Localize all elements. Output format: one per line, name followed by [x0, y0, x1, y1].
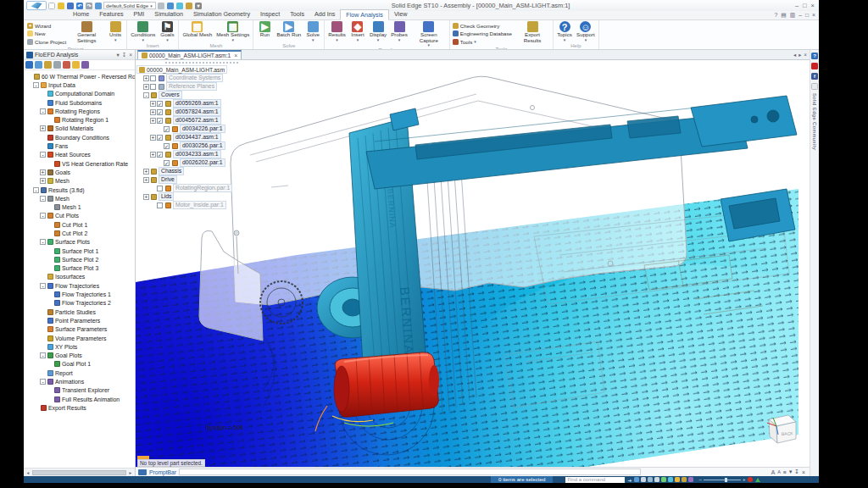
floefd-tree-item-flow-trajectories[interactable]: -Flow Trajectories: [25, 281, 135, 290]
checkbox-checked[interactable]: ✓: [164, 126, 170, 132]
expand-icon[interactable]: +: [143, 177, 149, 183]
prompt-dropdown-icon[interactable]: ▾: [789, 469, 792, 475]
community-icon[interactable]: [811, 83, 818, 90]
undo-icon[interactable]: ↶: [76, 3, 83, 9]
collapse-icon[interactable]: -: [40, 108, 46, 114]
scroll-tabs-left-icon[interactable]: ◂: [793, 52, 796, 58]
pan-icon[interactable]: [661, 477, 666, 482]
pathfinder-item-chassis[interactable]: +Chassis: [136, 167, 267, 175]
conditions-button[interactable]: Conditions▾: [130, 21, 156, 42]
wizard-button[interactable]: ✦Wizard: [27, 22, 66, 30]
flo-tree-icon[interactable]: [25, 61, 33, 69]
pathfinder-item-d0034226-par-1[interactable]: ✓d0034226.par:1: [136, 125, 267, 133]
checkbox-unchecked[interactable]: [150, 84, 156, 90]
floefd-tree-item-point-parameters[interactable]: Point Parameters: [25, 316, 135, 324]
expand-icon[interactable]: +: [40, 169, 46, 175]
window-layout-icon[interactable]: [688, 477, 693, 482]
pathfinder-toggle-icon[interactable]: [176, 3, 183, 9]
update-icon[interactable]: [755, 478, 760, 482]
zoom-slider-track[interactable]: [704, 480, 741, 480]
expand-icon[interactable]: +: [143, 75, 149, 81]
help-badge-icon[interactable]: ?: [811, 53, 818, 59]
solve-button[interactable]: Solve▾: [304, 21, 321, 42]
floefd-panel-header[interactable]: FloEFD Analysis ▾↧×: [24, 50, 135, 60]
pathfinder-item-covers[interactable]: -Covers: [136, 91, 267, 99]
topics-button[interactable]: ?Topics▾: [556, 21, 573, 42]
collapse-icon[interactable]: -: [40, 379, 46, 385]
tab-pmi[interactable]: PMI: [129, 9, 150, 19]
open-icon[interactable]: [58, 3, 64, 9]
floefd-tree-item-boundary-conditions[interactable]: Boundary Conditions: [25, 133, 135, 141]
facebook-icon[interactable]: f: [811, 73, 818, 80]
floefd-tree-item-surface-plots[interactable]: -Surface Plots: [25, 238, 135, 247]
doc-close-icon[interactable]: ×: [812, 12, 815, 19]
engineering-database-button[interactable]: Engineering Database: [453, 30, 512, 38]
tab-tools[interactable]: Tools: [285, 9, 309, 19]
expand-icon[interactable]: +: [150, 101, 156, 107]
application-button[interactable]: [26, 1, 47, 10]
doc-restore-icon[interactable]: □: [805, 12, 809, 19]
screen-capture-button[interactable]: Screen Capture▾: [411, 21, 447, 47]
run-button[interactable]: ▶Run: [256, 21, 273, 38]
pathfinder-item-reference-planes[interactable]: +Reference Planes: [136, 82, 267, 91]
tab-simulation-geometry[interactable]: Simulation Geometry: [188, 9, 255, 19]
floefd-tree-item-particle-studies[interactable]: Particle Studies: [25, 308, 135, 316]
panel-menu-icon[interactable]: ▾: [116, 52, 119, 58]
pathfinder-item-d0045672-asm-1[interactable]: +✓d0045672.asm:1: [136, 116, 267, 125]
command-search-input[interactable]: Find a command: [565, 477, 625, 483]
floefd-tree-item-xy-plots[interactable]: XY Plots: [25, 342, 135, 351]
floefd-tree-item-fans[interactable]: Fans: [25, 141, 135, 150]
floefd-tree-item-surface-plot-3[interactable]: Surface Plot 3: [25, 264, 135, 273]
units-button[interactable]: Units▾: [107, 21, 124, 42]
floefd-tree-item-cut-plot-2[interactable]: Cut Plot 2: [25, 229, 135, 237]
pathfinder-item-d0059269-asm-1[interactable]: +✓d0059269.asm:1: [136, 99, 267, 108]
expand-icon[interactable]: +: [150, 109, 156, 115]
pathfinder-drag-handle[interactable]: [165, 62, 238, 64]
checkbox-unchecked[interactable]: [150, 75, 156, 81]
scrollbar-thumb[interactable]: [32, 470, 126, 475]
expand-icon[interactable]: +: [143, 169, 149, 175]
expand-icon[interactable]: +: [150, 118, 156, 124]
floefd-tree-item-flow-trajectories-2[interactable]: Flow Trajectories 2: [25, 299, 135, 308]
flo-geometry-icon[interactable]: [35, 61, 42, 69]
promptbar-input[interactable]: [179, 469, 641, 475]
collapse-icon[interactable]: -: [33, 187, 39, 193]
save-icon[interactable]: [67, 3, 74, 9]
floefd-tree-item-mesh-1[interactable]: Mesh 1: [25, 202, 135, 211]
scroll-tabs-right-icon[interactable]: ▸: [798, 52, 801, 58]
font-increase-icon[interactable]: A: [771, 469, 776, 475]
floefd-tree-item-cut-plot-1[interactable]: Cut Plot 1: [25, 220, 135, 229]
floefd-tree-item-mesh[interactable]: +Mesh: [25, 177, 135, 186]
floefd-hscrollbar[interactable]: ◂ ▸: [24, 468, 135, 476]
pathfinder-item-d0030256-par-1[interactable]: ✓d0030256.par:1: [136, 141, 267, 150]
floefd-tree-item-60-w-thermal-power-reversed-rotat[interactable]: 60 W Thermal Power - Reversed Rotat: [25, 72, 135, 80]
floefd-tree-item-cut-plots[interactable]: -Cut Plots: [25, 212, 135, 220]
youtube-icon[interactable]: [811, 63, 818, 69]
expand-icon[interactable]: +: [40, 125, 46, 131]
tab-add-ins[interactable]: Add Ins: [309, 9, 340, 19]
pin-icon[interactable]: ↧: [122, 52, 126, 58]
prompt-close-icon[interactable]: ×: [802, 469, 805, 475]
zoom-slider[interactable]: − +: [698, 477, 745, 482]
collapse-icon[interactable]: -: [40, 352, 46, 358]
cascade-icon[interactable]: ▤: [781, 12, 786, 19]
floefd-tree-item-full-results-animation[interactable]: Full Results Animation: [25, 395, 135, 403]
expand-icon[interactable]: +: [143, 194, 149, 200]
record-icon[interactable]: [748, 477, 753, 482]
select-options-icon[interactable]: [186, 3, 192, 9]
prompt-menu-icon[interactable]: ≡: [783, 469, 787, 475]
floefd-tree-item-isosurfaces[interactable]: Isosurfaces: [25, 273, 135, 281]
floefd-tree-item-surface-parameters[interactable]: Surface Parameters: [25, 325, 135, 334]
floefd-tree-item-goals[interactable]: +Goals: [25, 168, 135, 176]
checkbox-checked[interactable]: ✓: [157, 135, 163, 141]
global-mesh-button[interactable]: ▦Global Mesh: [181, 21, 213, 38]
view-options-icon[interactable]: [634, 477, 639, 482]
flo-capture-icon[interactable]: [53, 61, 61, 69]
checkbox-unchecked[interactable]: [157, 202, 163, 208]
floefd-tree-item-flow-trajectories-1[interactable]: Flow Trajectories 1: [25, 290, 135, 298]
pathfinder-item-rotatingregion-par-1[interactable]: RotatingRegion.par:1: [136, 184, 267, 192]
checkbox-checked[interactable]: ✓: [157, 118, 163, 124]
panel-close-icon[interactable]: ×: [129, 52, 132, 58]
mesh-settings-button[interactable]: ▦Mesh Settings▾: [215, 21, 250, 42]
pathfinder-item-d0034233-asm-1[interactable]: +✓d0034233.asm:1: [136, 150, 267, 158]
